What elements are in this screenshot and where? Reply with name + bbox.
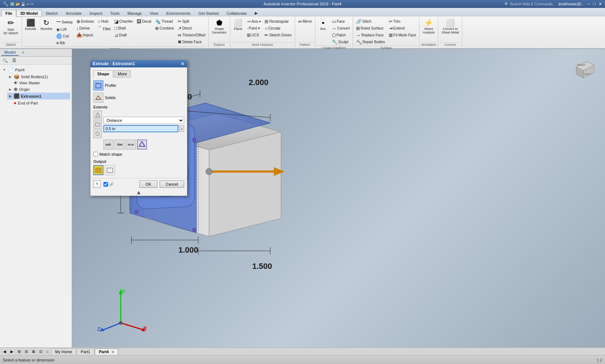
patch-button[interactable]: ⬡Patch — [330, 32, 351, 39]
extrude-dialog[interactable]: Extrude : Extrusion1 ✕ Shape More Profil… — [90, 60, 187, 196]
extents-icon-3[interactable] — [93, 129, 102, 138]
sweep-button[interactable]: 〜Sweep — [55, 18, 74, 26]
tree-item-extrusion1[interactable]: ▶ ⬛ Extrusion1 — [7, 93, 70, 99]
emboss-button[interactable]: ⊕Emboss — [75, 18, 95, 25]
part4-tab-close[interactable]: ✕ — [111, 350, 114, 354]
search-box[interactable]: 🔍 Search Help & Commands... — [504, 2, 556, 6]
tab-file[interactable]: File — [1, 10, 16, 17]
solids-button[interactable] — [93, 93, 103, 103]
tab-inspect[interactable]: Inspect — [86, 10, 106, 17]
model-tab[interactable]: Model — [1, 49, 19, 56]
shape-generator-button[interactable]: ⬟ ShapeGenerator — [210, 18, 228, 35]
combine-button[interactable]: ⊕Combine — [154, 25, 175, 32]
extents-icon-1[interactable] — [93, 111, 102, 119]
tree-item-solid-bodies[interactable]: ▶ 📦 Solid Bodies(1) — [7, 73, 70, 80]
home-nav-button[interactable]: ⌂ — [45, 349, 50, 354]
box-button[interactable]: ▪ Box — [317, 18, 330, 32]
split-button[interactable]: ✂Split — [176, 18, 207, 25]
distance-arrow-button[interactable]: › — [179, 125, 184, 132]
extend-button[interactable]: ⇥Extend — [387, 25, 418, 32]
ruled-surface-button[interactable]: ⊞Ruled Surface — [355, 25, 387, 32]
tree-item-origin[interactable]: ▶ ⊕ Origin — [7, 86, 70, 93]
tab-view[interactable]: View — [146, 10, 162, 17]
delete-face-button[interactable]: ✖Delete Face — [176, 39, 207, 45]
convert-button[interactable]: ↔Convert — [330, 25, 351, 32]
tab-manage[interactable]: Manage — [124, 10, 146, 17]
fit-mesh-face-button[interactable]: ⊠Fit Mesh Face — [387, 32, 418, 39]
thread-button[interactable]: 🔩Thread — [154, 18, 175, 25]
tab-tools[interactable]: Tools — [106, 10, 124, 17]
flip-btn-3[interactable] — [126, 139, 136, 150]
ucs-button[interactable]: ⊞UCS — [245, 32, 263, 39]
rib-button[interactable]: ≡Rib — [55, 40, 74, 46]
tree-item-end-of-part[interactable]: ● End of Part — [7, 99, 70, 106]
add-panel-tab-button[interactable]: + — [20, 49, 26, 56]
dialog-tab-more[interactable]: More — [114, 70, 131, 77]
flip-btn-2[interactable] — [115, 139, 125, 150]
view-cube[interactable]: FRONT RIGHT — [569, 53, 598, 81]
sculpt-button[interactable]: 🔧Sculpt — [330, 39, 351, 45]
auto-check[interactable] — [103, 182, 108, 187]
dialog-close-button[interactable]: ✕ — [181, 61, 185, 66]
start-2d-sketch-button[interactable]: ✏ Start2D Sketch — [1, 18, 20, 36]
help-button[interactable]: ? — [93, 181, 101, 188]
mirror-button[interactable]: ⇔Mirror — [297, 18, 313, 25]
derive-button[interactable]: ↓Derive — [75, 25, 95, 32]
tab-part1[interactable]: Part1 — [77, 349, 94, 355]
tab-environments[interactable]: Environments — [162, 10, 194, 17]
match-shape-checkbox[interactable] — [93, 152, 98, 156]
rectangular-pattern-button[interactable]: ⊞Rectangular — [263, 18, 293, 25]
convert-to-sheet-metal-button[interactable]: ⬜ Convert toSheet Metal — [440, 18, 461, 35]
stress-analysis-button[interactable]: ⚡ StressAnalysis — [421, 18, 437, 35]
fillet-button[interactable]: ⌒Fillet — [96, 25, 112, 33]
close-button[interactable]: ✕ — [599, 1, 602, 6]
tab-more[interactable]: ▶ — [251, 9, 262, 17]
tree-item-part4[interactable]: ▼ 📄 Part4 — [1, 66, 70, 73]
distance-input[interactable] — [103, 125, 178, 132]
extents-icon-2[interactable] — [93, 120, 102, 129]
profile-button[interactable] — [93, 80, 103, 90]
tree-options-button[interactable]: ☰ — [10, 57, 18, 64]
axis-button[interactable]: ⊸Axis ▾ — [245, 18, 263, 25]
loft-button[interactable]: ◈Loft — [55, 26, 74, 33]
layout-button-3[interactable]: ⊠ — [30, 349, 37, 354]
decal-button[interactable]: 🖼Decal — [135, 18, 153, 25]
extents-dropdown[interactable]: Distance To To All Between — [103, 117, 184, 124]
import-button[interactable]: 📥Import — [75, 32, 95, 39]
tab-part4[interactable]: Part4 ✕ — [95, 349, 118, 355]
extrude-button[interactable]: ⬛ Extrude — [23, 18, 38, 32]
coil-button[interactable]: 🌀Coil — [55, 33, 74, 40]
output-solid-button[interactable] — [93, 165, 103, 175]
ok-button[interactable]: OK — [139, 181, 157, 188]
plane-button[interactable]: ⬜ Plane — [232, 18, 245, 32]
trim-button[interactable]: ✂Trim — [387, 18, 418, 25]
repair-bodies-button[interactable]: 🔨Repair Bodies — [355, 39, 387, 45]
tree-item-view-master[interactable]: 👁 View: Master — [7, 80, 70, 86]
tab-annotate[interactable]: Annotate — [62, 10, 86, 17]
maximize-button[interactable]: □ — [593, 1, 596, 6]
output-surface-button[interactable] — [105, 165, 115, 175]
cancel-button[interactable]: Cancel — [160, 181, 184, 188]
shell-button[interactable]: □Shell — [113, 25, 134, 32]
search-tree-button[interactable]: 🔍 — [1, 57, 10, 64]
minimize-button[interactable]: ─ — [587, 1, 590, 6]
sketch-driven-button[interactable]: ✏Sketch Driven — [263, 32, 293, 39]
flip-btn-4[interactable] — [137, 139, 147, 150]
circular-pattern-button[interactable]: ○Circular — [263, 25, 293, 32]
dialog-tab-shape[interactable]: Shape — [93, 70, 113, 77]
point-button[interactable]: ·Point ▾ — [245, 25, 263, 32]
tab-collaborate[interactable]: Collaborate — [223, 10, 251, 17]
tab-sketch[interactable]: Sketch — [42, 10, 62, 17]
chamfer-button[interactable]: ◪Chamfer — [113, 18, 134, 25]
thicken-offset-button[interactable]: ⇔Thicken/Offset — [176, 32, 207, 39]
draft-button[interactable]: ⊿Draft — [113, 32, 134, 39]
layout-button-2[interactable]: ⊟ — [23, 349, 30, 354]
hole-button[interactable]: ○Hole — [96, 18, 112, 25]
replace-face-button[interactable]: ↔Replace Face — [355, 32, 387, 39]
tab-my-home[interactable]: My Home — [51, 349, 76, 355]
face-button[interactable]: ▭Face — [330, 18, 351, 25]
direct-button[interactable]: ↗Direct — [176, 25, 207, 32]
layout-button-1[interactable]: ⊞ — [16, 349, 22, 354]
revolve-button[interactable]: ↻ Revolve — [39, 18, 54, 32]
nav-right-button[interactable]: ▶ — [9, 349, 15, 354]
